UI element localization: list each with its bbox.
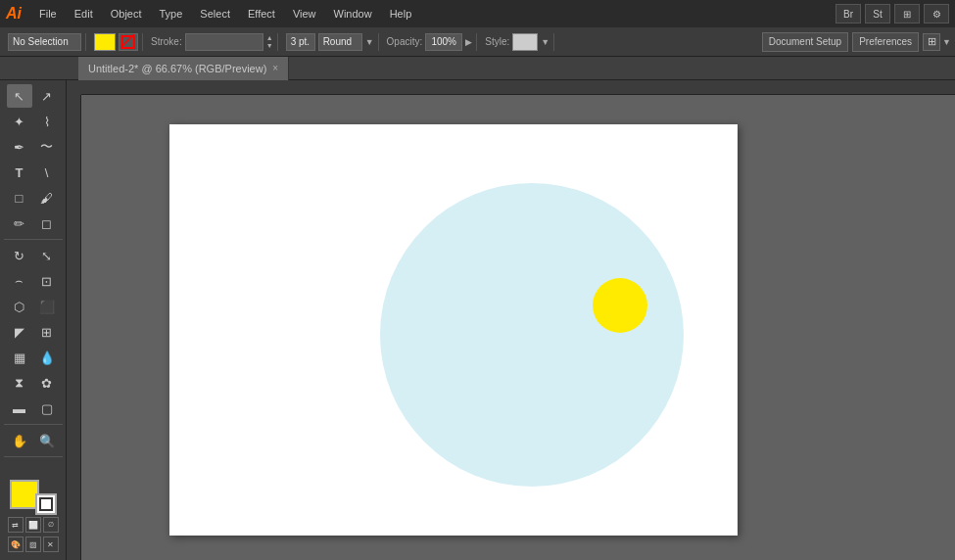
- stock-icon[interactable]: St: [865, 4, 890, 23]
- fill-group: [90, 33, 143, 51]
- color-icons-row: ⇄ ⬜ ∅: [6, 517, 60, 533]
- tool-row-12: ⧗ ✿: [2, 371, 64, 395]
- bridge-icon[interactable]: Br: [836, 4, 861, 23]
- arrange-dropdown[interactable]: ▼: [942, 37, 951, 47]
- stroke-label: Stroke:: [151, 36, 182, 47]
- large-circle: [380, 183, 684, 487]
- menu-edit[interactable]: Edit: [67, 6, 101, 22]
- mesh-tool[interactable]: ⊞: [34, 320, 60, 344]
- preferences-button[interactable]: Preferences: [852, 32, 919, 52]
- menu-effect[interactable]: Effect: [240, 6, 283, 22]
- line-segment-tool[interactable]: \: [34, 161, 60, 184]
- tool-row-14: ✋ 🔍: [2, 429, 64, 452]
- stroke-indicator[interactable]: [119, 33, 138, 51]
- artboard-tool[interactable]: ▢: [34, 397, 60, 420]
- hand-tool[interactable]: ✋: [7, 429, 32, 452]
- ruler-vertical: [67, 80, 81, 560]
- selection-tool[interactable]: ↖: [7, 84, 32, 108]
- blend-tool[interactable]: ⧗: [7, 371, 32, 395]
- scale-tool[interactable]: ⤡: [34, 244, 60, 267]
- small-dot: [593, 278, 647, 333]
- curvature-tool[interactable]: 〜: [34, 135, 60, 159]
- tool-row-9: ⬡ ⬛: [2, 295, 64, 318]
- menu-object[interactable]: Object: [103, 6, 150, 22]
- live-paint-bucket[interactable]: ⬛: [34, 295, 60, 318]
- gradient-tool[interactable]: ▦: [7, 346, 32, 369]
- brush-group: 3 pt. Round ▼: [282, 33, 379, 51]
- swap-colors-icon[interactable]: ⇄: [8, 517, 24, 533]
- tool-sep-3: [4, 456, 63, 457]
- style-dropdown-icon[interactable]: ▼: [541, 37, 549, 47]
- eyedropper-tool[interactable]: 💧: [34, 346, 60, 369]
- gradient-icon[interactable]: ▨: [25, 537, 41, 552]
- menu-help[interactable]: Help: [382, 6, 420, 22]
- document-setup-button[interactable]: Document Setup: [762, 32, 849, 52]
- canvas-content[interactable]: [81, 95, 955, 560]
- color-area: ⇄ ⬜ ∅ 🎨 ▨ ✕: [2, 476, 64, 556]
- app-logo: Ai: [6, 5, 22, 23]
- menu-file[interactable]: File: [31, 6, 65, 22]
- free-transform-tool[interactable]: ⊡: [34, 269, 60, 293]
- menu-type[interactable]: Type: [152, 6, 191, 22]
- eraser-tool[interactable]: ◻: [34, 211, 60, 235]
- tab-close-button[interactable]: ×: [272, 63, 278, 73]
- pen-tool[interactable]: ✒: [7, 135, 32, 159]
- settings-icon[interactable]: ⚙: [924, 4, 949, 23]
- stroke-group: Stroke: ▲ ▼: [147, 33, 278, 51]
- app-integration-icons: Br St ⊞ ⚙: [836, 4, 949, 23]
- pencil-tool[interactable]: ✏: [7, 211, 32, 235]
- stroke-spinner[interactable]: ▲ ▼: [266, 34, 273, 49]
- selection-group: No Selection: [4, 33, 86, 51]
- magic-wand-tool[interactable]: ✦: [7, 110, 32, 133]
- tool-row-8: ⌢ ⊡: [2, 269, 64, 293]
- control-toolbar: No Selection Stroke: ▲ ▼ 3 pt. Round ▼ O…: [0, 27, 955, 57]
- default-colors-icon[interactable]: ⬜: [25, 517, 41, 533]
- toolbox: ↖ ↗ ✦ ⌇ ✒ 〜 T \ □ 🖌 ✏ ◻ ↻ ⤡ ⌢ ⊡: [0, 80, 67, 560]
- menu-select[interactable]: Select: [192, 6, 238, 22]
- shape-builder-tool[interactable]: ⬡: [7, 295, 32, 318]
- perspective-grid-tool[interactable]: ◤: [7, 320, 32, 344]
- svg-rect-0: [122, 36, 134, 48]
- type-tool[interactable]: T: [7, 161, 32, 184]
- tool-row-11: ▦ 💧: [2, 346, 64, 369]
- style-label: Style:: [485, 36, 509, 47]
- ruler-corner: [67, 80, 81, 95]
- style-swatch[interactable]: [512, 33, 538, 51]
- stroke-color-box[interactable]: [35, 493, 57, 515]
- tool-row-6: ✏ ◻: [2, 211, 64, 235]
- menu-view[interactable]: View: [285, 6, 324, 22]
- zoom-tool[interactable]: 🔍: [34, 429, 60, 452]
- arrange-icon[interactable]: ⊞: [923, 33, 940, 51]
- stroke-value[interactable]: [185, 33, 263, 51]
- brush-dropdown-icon[interactable]: ▼: [365, 37, 374, 47]
- canvas-area[interactable]: [67, 80, 955, 560]
- selection-label: No Selection: [8, 33, 81, 51]
- opacity-expand-icon[interactable]: ▶: [465, 37, 472, 47]
- menu-window[interactable]: Window: [326, 6, 380, 22]
- warp-tool[interactable]: ⌢: [7, 269, 32, 293]
- column-graph-tool[interactable]: ▬: [7, 397, 32, 420]
- document-tab[interactable]: Untitled-2* @ 66.67% (RGB/Preview) ×: [78, 57, 289, 80]
- lasso-tool[interactable]: ⌇: [34, 110, 60, 133]
- rotate-tool[interactable]: ↻: [7, 244, 32, 267]
- direct-selection-tool[interactable]: ↗: [34, 84, 60, 108]
- workspace-icon[interactable]: ⊞: [894, 4, 920, 23]
- tool-row-1: ↖ ↗: [2, 84, 64, 108]
- color-mode-icon[interactable]: 🎨: [8, 537, 24, 552]
- tool-row-13: ▬ ▢: [2, 397, 64, 420]
- none-icon[interactable]: ✕: [43, 537, 59, 552]
- style-group: Style: ▼: [481, 33, 554, 51]
- arrange-icons: ⊞ ▼: [923, 32, 951, 52]
- color-mode-row: 🎨 ▨ ✕: [6, 537, 60, 552]
- opacity-label: Opacity:: [387, 36, 423, 47]
- rectangle-tool[interactable]: □: [7, 186, 32, 210]
- opacity-input[interactable]: [425, 33, 462, 51]
- symbol-sprayer-tool[interactable]: ✿: [34, 371, 60, 395]
- brush-size-value: 3 pt.: [286, 33, 315, 51]
- canvas-svg: [169, 124, 738, 536]
- paintbrush-tool[interactable]: 🖌: [34, 186, 60, 210]
- ruler-horizontal: [81, 80, 955, 95]
- none-color-icon[interactable]: ∅: [43, 517, 59, 533]
- brush-type-value[interactable]: Round: [318, 33, 362, 51]
- fill-swatch[interactable]: [94, 33, 116, 51]
